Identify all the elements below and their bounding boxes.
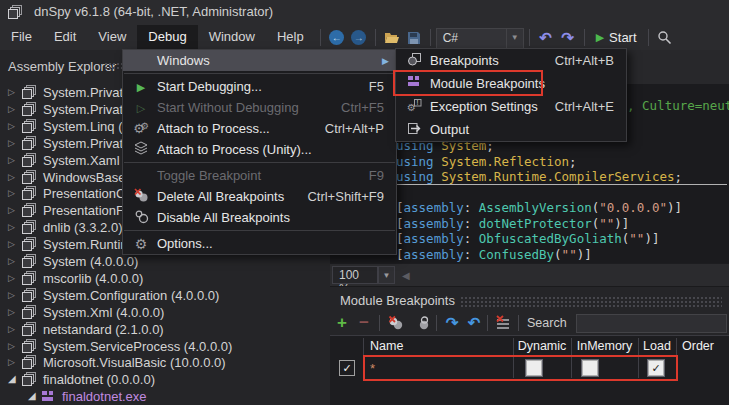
assembly-icon <box>22 288 36 302</box>
menu-items: FileEditViewDebugWindowHelp <box>0 25 315 50</box>
menu-item-windows[interactable]: Windows▶ <box>123 50 396 71</box>
tree-item-system[interactable]: ▷System (4.0.0.0) <box>0 253 330 270</box>
tree-item-finaldotnet[interactable]: ◢finaldotnet (0.0.0.0) <box>0 371 330 388</box>
assembly-icon <box>22 305 36 319</box>
menu-item-label: Delete All Breakpoints <box>157 189 284 204</box>
submenu-item-output[interactable]: Output <box>396 118 626 141</box>
submenu-item-exception-settings[interactable]: !⚙Exception SettingsCtrl+Alt+E <box>396 95 626 118</box>
save-all-button[interactable] <box>403 25 425 50</box>
navigate-back-button[interactable]: ← <box>326 25 348 50</box>
collapse-arrow-icon[interactable]: ◢ <box>8 373 16 384</box>
assembly-icon <box>22 355 36 369</box>
assembly-icon <box>22 102 36 116</box>
chevron-down-icon: ▼ <box>506 29 523 48</box>
column-header-load[interactable]: Load <box>638 339 676 353</box>
search-assemblies-button[interactable] <box>654 25 676 50</box>
menu-item-shortcut: F5 <box>369 79 384 94</box>
expand-arrow-icon[interactable]: ▷ <box>8 256 15 266</box>
expand-arrow-icon[interactable]: ▷ <box>8 222 15 232</box>
tree-item-label: System.Xaml ( <box>43 153 128 168</box>
menubar-item-view[interactable]: View <box>87 25 137 50</box>
toggle-enable-breakpoints-button[interactable] <box>412 311 432 335</box>
reset-search-settings-button[interactable] <box>493 311 513 335</box>
code-token: [ <box>396 231 404 246</box>
tree-item-finaldotnet.exe[interactable]: ◢finaldotnet.exe <box>0 388 330 405</box>
menu-separator <box>124 73 395 74</box>
tree-item-system.configuration[interactable]: ▷System.Configuration (4.0.0.0) <box>0 287 330 304</box>
zoom-level-select[interactable]: 100 % <box>332 266 378 284</box>
expand-arrow-icon[interactable]: ▷ <box>8 357 15 367</box>
tree-item-mscorlib[interactable]: ▷mscorlib (4.0.0.0) <box>0 270 330 287</box>
menu-item-delete-all-breakpoints[interactable]: Delete All BreakpointsCtrl+Shift+F9 <box>123 186 396 207</box>
expand-arrow-icon[interactable]: ▷ <box>8 341 15 351</box>
redo-button[interactable]: ↷ <box>557 25 579 50</box>
navigate-forward-button[interactable]: → <box>348 25 370 50</box>
column-header-inmemory[interactable]: InMemory <box>571 339 638 353</box>
remove-module-breakpoint-button[interactable]: − <box>354 311 374 335</box>
tree-item-system.xml[interactable]: ▷System.Xml (4.0.0.0) <box>0 304 330 321</box>
expand-arrow-icon[interactable]: ▷ <box>8 324 15 334</box>
menu-item-attach-to-process[interactable]: ⚙⚙Attach to Process...Ctrl+Alt+P <box>123 118 396 139</box>
add-module-breakpoint-button[interactable]: + <box>332 311 352 335</box>
tree-item-label: System.Linq (5 <box>43 119 130 134</box>
menubar-item-window[interactable]: Window <box>198 25 266 50</box>
scroll-left-button[interactable]: ◀ <box>402 270 410 281</box>
delete-all-module-breakpoints-button[interactable] <box>386 311 406 335</box>
menubar-item-debug[interactable]: Debug <box>137 25 197 50</box>
tree-item-microsoft.visualbasic[interactable]: ▷Microsoft.VisualBasic (10.0.0.0) <box>0 354 330 371</box>
language-select[interactable]: C# ▼ <box>436 28 524 49</box>
code-token: )] <box>644 231 659 246</box>
menu-item-options[interactable]: ⚙Options... <box>123 233 396 254</box>
code-line <box>396 185 727 200</box>
menu-item-start-debugging[interactable]: ▶Start Debugging...F5 <box>123 76 396 97</box>
menu-item-toggle-breakpoint[interactable]: Toggle BreakpointF9 <box>123 165 396 186</box>
expand-arrow-icon[interactable]: ▷ <box>8 273 15 283</box>
expand-arrow-icon[interactable]: ▷ <box>8 87 15 97</box>
tree-item-netstandard[interactable]: ▷netstandard (2.1.0.0) <box>0 321 330 338</box>
column-header-order[interactable]: Order <box>682 339 714 353</box>
expand-arrow-icon[interactable]: ▷ <box>8 307 15 317</box>
expand-arrow-icon[interactable]: ▷ <box>8 290 15 300</box>
code-token: [ <box>396 216 404 231</box>
assembly-icon <box>22 119 36 133</box>
row-enabled-checkbox[interactable]: ✓ <box>339 360 355 376</box>
menu-item-disable-all-breakpoints[interactable]: Disable All Breakpoints <box>123 207 396 228</box>
search-input[interactable] <box>576 314 727 333</box>
menubar-item-file[interactable]: File <box>0 25 43 50</box>
expand-arrow-icon[interactable]: ▷ <box>8 138 15 148</box>
code-token: assembly <box>404 216 464 231</box>
assembly-icon <box>22 153 36 167</box>
gears-icon: ⚙⚙ <box>131 121 151 136</box>
play-dim-icon: ▷ <box>131 100 151 115</box>
expand-arrow-icon[interactable]: ▷ <box>8 121 15 131</box>
expand-arrow-icon[interactable]: ▷ <box>8 104 15 114</box>
column-header-dynamic[interactable]: Dynamic <box>513 339 571 353</box>
expand-arrow-icon[interactable]: ▷ <box>8 172 15 182</box>
menu-item-shortcut: Ctrl+Shift+F9 <box>307 189 384 204</box>
undo-button[interactable]: ↶ <box>535 25 557 50</box>
export-breakpoints-button[interactable]: ↷ <box>442 311 462 335</box>
code-token: ( <box>554 247 562 262</box>
expand-arrow-icon[interactable]: ▷ <box>8 188 15 198</box>
tree-item-system.serviceprocess[interactable]: ▷System.ServiceProcess (4.0.0.0) <box>0 338 330 355</box>
menu-item-start-without-debugging[interactable]: ▷Start Without DebuggingCtrl+F5 <box>123 97 396 118</box>
menubar-item-help[interactable]: Help <box>266 25 315 50</box>
expand-arrow-icon[interactable]: ▷ <box>8 205 15 215</box>
module-breakpoints-table[interactable]: NameDynamicInMemoryLoadOrder✓*✓ <box>330 335 729 405</box>
import-breakpoints-button[interactable]: ↶ <box>464 311 484 335</box>
submenu-item-breakpoints[interactable]: BreakpointsCtrl+Alt+B <box>396 49 626 72</box>
menu-item-label: Start Without Debugging <box>157 100 299 115</box>
collapse-arrow-icon[interactable]: ◢ <box>28 390 36 401</box>
expand-arrow-icon[interactable]: ▷ <box>8 155 15 165</box>
svg-text:!: ! <box>416 99 418 106</box>
start-button[interactable]: ▶ Start <box>590 25 643 50</box>
code-token: ; <box>569 154 577 169</box>
tree-item-label: System.Runtim <box>43 237 131 252</box>
menu-item-label: Windows <box>157 53 210 68</box>
open-file-button[interactable] <box>381 25 403 50</box>
menubar-item-edit[interactable]: Edit <box>43 25 87 50</box>
menu-item-attach-to-process-unity[interactable]: Attach to Process (Unity)... <box>123 139 396 160</box>
column-header-name[interactable]: Name <box>370 339 403 353</box>
zoom-dropdown-button[interactable]: ▼ <box>378 266 395 284</box>
expand-arrow-icon[interactable]: ▷ <box>8 239 15 249</box>
